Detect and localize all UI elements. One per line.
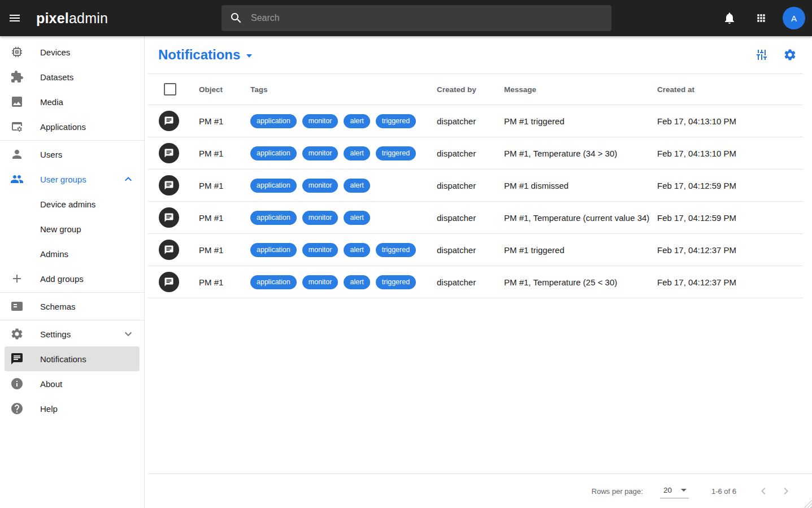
- layout: Devices Datasets Media Applications User…: [0, 36, 812, 508]
- message-circle-icon: [159, 175, 179, 196]
- sidebar-item-schemas[interactable]: Schemas: [0, 294, 144, 319]
- table-row[interactable]: PM #1 applicationmonitoralerttriggered d…: [148, 234, 803, 266]
- cell-message: PM #1, Temperature (25 < 30): [504, 277, 657, 287]
- sidebar-divider: [0, 140, 144, 141]
- tag-chip[interactable]: alert: [344, 243, 370, 257]
- pagination-bar: Rows per page: 20 1-6 of 6: [148, 474, 812, 508]
- tag-chip[interactable]: alert: [344, 211, 370, 225]
- sidebar-item-notifications[interactable]: Notifications: [5, 346, 140, 371]
- sidebar-item-about[interactable]: About: [0, 371, 144, 396]
- table-row[interactable]: PM #1 applicationmonitoralerttriggered d…: [148, 266, 803, 298]
- row-icon-cell: [148, 207, 199, 228]
- table-settings-button[interactable]: [783, 47, 797, 62]
- sidebar-item-new-group[interactable]: New group: [0, 216, 144, 241]
- sidebar: Devices Datasets Media Applications User…: [0, 36, 145, 508]
- cell-created-at: Feb 17, 04:12:37 PM: [657, 245, 803, 255]
- tag-chip[interactable]: alert: [344, 146, 370, 160]
- menu-button[interactable]: [1, 5, 28, 32]
- page-title[interactable]: Notifications: [158, 47, 252, 63]
- prev-page-button[interactable]: [752, 480, 775, 502]
- table-row[interactable]: PM #1 applicationmonitoralert dispatcher…: [148, 170, 803, 202]
- tag-chip[interactable]: application: [250, 146, 297, 160]
- tag-chip[interactable]: monitor: [302, 243, 338, 257]
- filter-tune-button[interactable]: [754, 47, 769, 62]
- cell-created-by: dispatcher: [437, 116, 504, 126]
- sidebar-item-admins[interactable]: Admins: [0, 241, 144, 266]
- cell-object: PM #1: [199, 213, 250, 223]
- search-bar[interactable]: [222, 5, 611, 31]
- page-title-text: Notifications: [158, 47, 240, 63]
- help-icon: [10, 402, 24, 415]
- puzzle-icon: [10, 70, 24, 84]
- tag-chip[interactable]: monitor: [302, 211, 338, 225]
- sidebar-item-device-admins[interactable]: Device admins: [0, 192, 144, 216]
- avatar[interactable]: A: [783, 7, 805, 29]
- tag-chip[interactable]: alert: [344, 275, 370, 289]
- tag-chip[interactable]: triggered: [376, 146, 416, 160]
- sidebar-item-media[interactable]: Media: [0, 89, 144, 114]
- table-row[interactable]: PM #1 applicationmonitoralert dispatcher…: [148, 202, 803, 234]
- tag-chip[interactable]: application: [250, 275, 297, 289]
- tag-chip[interactable]: monitor: [302, 114, 338, 128]
- row-icon-cell: [148, 111, 199, 131]
- table-row[interactable]: PM #1 applicationmonitoralerttriggered d…: [148, 105, 803, 137]
- next-page-button[interactable]: [775, 480, 797, 502]
- cell-created-at: Feb 17, 04:12:59 PM: [657, 213, 803, 223]
- gear-icon: [10, 327, 24, 341]
- schema-card-icon: [10, 299, 24, 313]
- tag-chip[interactable]: alert: [344, 179, 370, 193]
- sidebar-item-settings[interactable]: Settings: [0, 322, 144, 346]
- tag-chip[interactable]: triggered: [376, 275, 416, 289]
- chevron-right-icon: [779, 484, 793, 498]
- cell-object: PM #1: [199, 181, 250, 190]
- column-header-created-at: Created at: [657, 85, 803, 94]
- topbar: pixeladmin A: [0, 0, 812, 36]
- tag-chip[interactable]: application: [250, 114, 297, 128]
- tune-icon: [755, 48, 768, 62]
- tag-chip[interactable]: application: [250, 243, 297, 257]
- logo-text-light: admin: [69, 10, 108, 26]
- sidebar-item-label: Admins: [40, 249, 68, 259]
- rows-per-page-value: 20: [663, 486, 672, 494]
- sidebar-item-datasets[interactable]: Datasets: [0, 64, 144, 89]
- sidebar-item-applications[interactable]: Applications: [0, 114, 144, 139]
- tag-chip[interactable]: monitor: [302, 146, 338, 160]
- column-header-created-by: Created by: [437, 85, 504, 94]
- table-row[interactable]: PM #1 applicationmonitoralerttriggered d…: [148, 137, 803, 170]
- select-all-cell: [148, 83, 199, 95]
- cell-created-by: dispatcher: [437, 149, 504, 158]
- tag-chip[interactable]: monitor: [302, 179, 338, 193]
- cell-object: PM #1: [199, 116, 250, 126]
- sidebar-item-add-groups[interactable]: Add groups: [0, 266, 144, 291]
- app-logo: pixeladmin: [36, 10, 108, 27]
- column-header-tags: Tags: [250, 85, 437, 94]
- cell-created-by: dispatcher: [437, 245, 504, 255]
- cell-created-at: Feb 17, 04:12:37 PM: [657, 277, 803, 287]
- chat-icon: [164, 212, 174, 223]
- sidebar-item-devices[interactable]: Devices: [0, 40, 144, 64]
- sidebar-item-user-groups[interactable]: User groups: [0, 167, 144, 192]
- tag-chip[interactable]: application: [250, 179, 297, 193]
- chat-icon: [10, 352, 24, 366]
- select-all-checkbox[interactable]: [164, 83, 176, 95]
- chip-icon: [10, 45, 24, 59]
- search-input[interactable]: [250, 12, 603, 24]
- tag-chip[interactable]: alert: [344, 114, 370, 128]
- tag-chip[interactable]: monitor: [302, 275, 338, 289]
- caret-down-icon: [681, 489, 687, 492]
- sidebar-item-label: New group: [40, 224, 81, 234]
- tag-chip[interactable]: triggered: [376, 114, 416, 128]
- chevron-left-icon: [757, 484, 770, 498]
- tag-chip[interactable]: application: [250, 211, 297, 225]
- app-window-gear-icon: [10, 120, 24, 133]
- sidebar-item-label: Notifications: [40, 354, 86, 364]
- sidebar-item-label: User groups: [40, 175, 86, 184]
- sidebar-item-users[interactable]: Users: [0, 142, 144, 167]
- tag-chip[interactable]: triggered: [376, 243, 416, 257]
- cell-message: PM #1, Temperature (34 > 30): [504, 149, 657, 158]
- apps-grid-button[interactable]: [748, 5, 775, 32]
- rows-per-page-select[interactable]: 20: [660, 484, 689, 498]
- notifications-bell-button[interactable]: [716, 5, 743, 32]
- sidebar-item-help[interactable]: Help: [0, 396, 144, 421]
- message-circle-icon: [159, 207, 179, 228]
